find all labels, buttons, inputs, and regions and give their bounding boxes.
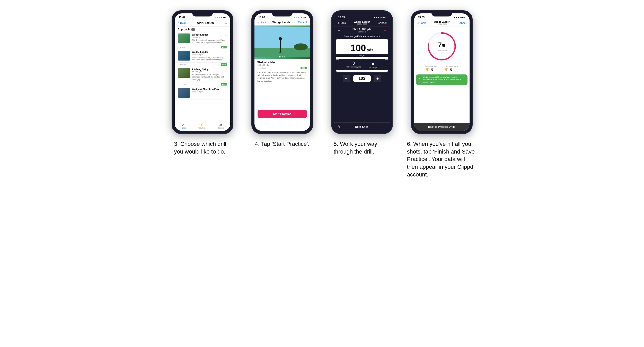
score-circle: 7/9 Total Score <box>426 31 457 62</box>
signal-icon-2: ▲▲▲ <box>294 16 300 19</box>
phone-section-4: 13:03 ▲▲▲ ⌀ ▪46 < Back Wedge Ladder 06 M… <box>407 10 477 178</box>
drill-footer-3: ○ 10 shots APP <box>175 82 230 86</box>
caption-2: 4. Tap 'Start Practice'. <box>255 140 309 148</box>
pb-last-month-label: Last month PB <box>444 65 458 68</box>
battery-icon-2: ▪46 <box>303 16 306 19</box>
drill-desc-2: Play 1 shot at each target yardage. If y… <box>192 56 227 61</box>
back-to-drills-button[interactable]: Back to Practice Drills <box>414 123 470 131</box>
pb-previous-value: 🏆 -/9 <box>425 68 437 71</box>
stat-hit-value: ● <box>369 61 377 66</box>
pb-row: Previous PB 🏆 -/9 Last month PB 🏆 -/9 <box>414 64 470 73</box>
dot-3 <box>284 56 285 57</box>
phone-notch-2 <box>272 11 293 16</box>
nav-activities[interactable]: ⚡ Activities <box>198 123 205 129</box>
app-badge-4: APP <box>301 67 307 69</box>
delete-icon-3[interactable]: 🗑 <box>337 125 340 129</box>
nav-home[interactable]: ⌂ Home <box>181 123 186 129</box>
pb-previous-label: Previous PB <box>425 65 437 68</box>
shots-label-2: 9 shots <box>180 63 186 66</box>
svg-rect-3 <box>280 39 281 53</box>
shots-label-4: 9 shots <box>259 67 266 69</box>
target-card: 100 yds Target 3 Difference (yds) ● <box>336 39 388 72</box>
drill-title-1: Wedge Ladder <box>192 33 208 36</box>
wifi-icon-2: ⌀ <box>301 16 302 19</box>
nav-hamburger-1[interactable]: ≡ <box>225 21 227 25</box>
svg-point-2 <box>294 44 308 50</box>
drill-thumb-2 <box>178 51 190 61</box>
drill-info-1: Wedge Ladder 50-100 yds ☆ Play 1 shot at… <box>192 33 227 44</box>
drill-item-3[interactable]: Pitching String 55-100 yds ☆ Hit 1 shot … <box>175 66 230 82</box>
nav-title-4: Wedge Ladder <box>434 21 449 23</box>
nav-back-2[interactable]: < Back <box>258 21 266 24</box>
star-icon-5[interactable]: ☆ <box>305 61 307 64</box>
nav-back-4[interactable]: < Back <box>417 21 426 24</box>
star-icon-2[interactable]: ☆ <box>225 51 227 54</box>
drill-detail-header-2: Wedge Ladder 100-140 yds ☆ <box>258 61 307 67</box>
start-practice-button[interactable]: Start Practice <box>258 110 307 118</box>
status-time-4: 13:03 <box>418 16 425 19</box>
next-arrow-3[interactable]: → <box>383 28 387 32</box>
close-icon-success[interactable]: ✕ <box>463 76 465 79</box>
nav-cancel-4[interactable]: Cancel <box>457 21 466 24</box>
clock-icon-1: ○ <box>178 46 179 48</box>
bottom-nav-1: ⌂ Home ⚡ Activities ⊕ Capture <box>175 121 230 131</box>
wifi-icon-3: ⌀ <box>381 16 382 19</box>
stat-diff-label: Difference (yds) <box>346 66 361 68</box>
minus-button[interactable]: − <box>343 75 350 82</box>
stat-difference: 3 Difference (yds) <box>346 61 361 69</box>
nav-back-1[interactable]: < Back <box>178 21 187 24</box>
trophy-icon-2: 🏆 <box>444 68 448 71</box>
app-badge-2: APP <box>221 63 227 66</box>
phone2-content: Wedge Ladder 100-140 yds ☆ ○ 9 shots APP <box>254 26 310 131</box>
drill-item-2[interactable]: Wedge Ladder 100-140 yds ☆ Play 1 shot a… <box>175 49 230 63</box>
caption-3: 5. Work your way through the drill. <box>334 140 390 155</box>
target-unit-3: yds <box>367 48 373 52</box>
status-icons-2: ▲▲▲ ⌀ ▪46 <box>294 16 306 19</box>
drill-desc-3: Hit 1 shot at each of the 10 target dist… <box>192 73 227 80</box>
section-count-1: 7 <box>191 28 195 31</box>
carry-label-3: Enter carry distance for each shot <box>334 34 390 39</box>
nav-capture[interactable]: ⊕ Capture <box>218 123 224 129</box>
drill-item-1[interactable]: Wedge Ladder 50-100 yds ☆ Play 1 shot at… <box>175 32 230 45</box>
star-icon-3[interactable]: ☆ <box>225 68 227 71</box>
nav-back-3[interactable]: < Back <box>337 21 346 24</box>
drill-sub-2: 100-140 yds <box>192 53 208 56</box>
star-icon-4[interactable]: ☆ <box>225 88 227 91</box>
next-arrow-btn[interactable]: → <box>383 125 387 129</box>
battery-icon-4: ▪46 <box>462 16 465 19</box>
status-time-2: 13:02 <box>259 16 265 19</box>
drill-item-4[interactable]: Wedge & Short Iron Play 100-140 yds ☆ <box>175 86 230 99</box>
nav-cancel-3[interactable]: Cancel <box>378 21 386 24</box>
status-time-3: 13:03 <box>338 16 345 19</box>
success-text: 'Wedge Ladder (100-140 yds)' was created… <box>423 76 461 83</box>
app-badge-3: APP <box>221 83 227 86</box>
phone-notch-4 <box>431 11 452 16</box>
nav-cancel-2[interactable]: Cancel <box>298 21 307 24</box>
score-text: 7/9 Total Score <box>436 41 447 52</box>
caption-1: 3. Choose which drill you would like to … <box>174 140 231 155</box>
caption-4: 6. When you've hit all your shots, tap '… <box>407 140 477 178</box>
drill-title-2: Wedge Ladder <box>192 51 208 53</box>
nav-title-2: Wedge Ladder <box>272 21 292 24</box>
section-label-1: Approach <box>178 28 190 31</box>
nav-subtitle-4: 06 Mar 2023 <box>434 23 449 25</box>
stat-diff-value: 3 <box>346 61 361 66</box>
distance-input[interactable]: 103 <box>353 75 371 82</box>
stat-hit-target: ● Hit Target <box>369 61 377 69</box>
target-label-3: Target <box>336 54 388 57</box>
plus-button[interactable]: + <box>374 75 381 82</box>
drill-detail-2: Wedge Ladder 100-140 yds ☆ ○ 9 shots APP <box>254 59 310 84</box>
star-icon-1[interactable]: ☆ <box>225 33 227 36</box>
drill-list: Wedge Ladder 50-100 yds ☆ Play 1 shot at… <box>175 32 230 121</box>
phone-frame-3: 13:03 ▲▲▲ ⌀ ▪46 < Back Wedge Ladder 06 M… <box>331 10 393 134</box>
score-circle-container: 7/9 Total Score <box>414 27 470 64</box>
prev-arrow-3[interactable]: ← <box>337 28 341 32</box>
phone-section-2: 13:02 ▲▲▲ ⌀ ▪46 < Back Wedge Ladder Canc… <box>248 10 317 148</box>
shot-info-3: Shot 1, 100 yds Score 5/9 <box>352 28 371 33</box>
pb-last-month: Last month PB 🏆 -/9 <box>444 65 458 71</box>
check-icon: ✓ <box>419 76 421 80</box>
target-value-3: 100 yds <box>338 41 386 54</box>
phone-frame-2: 13:02 ▲▲▲ ⌀ ▪46 < Back Wedge Ladder Canc… <box>251 10 313 134</box>
nav-title-area-4: Wedge Ladder 06 Mar 2023 <box>434 21 449 25</box>
dot-2 <box>281 56 283 57</box>
